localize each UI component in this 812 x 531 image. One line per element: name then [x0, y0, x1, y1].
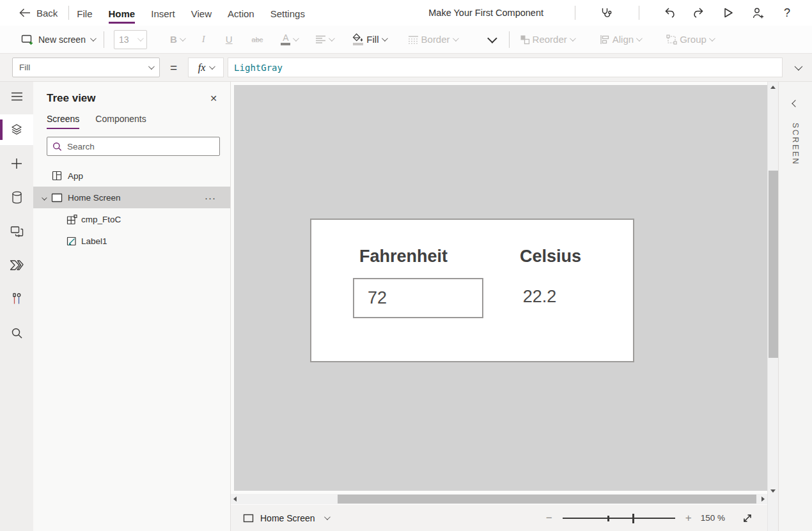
tree-search-box[interactable] — [47, 137, 220, 156]
ribbon-expand-chevron-icon[interactable] — [487, 33, 497, 43]
scroll-right-icon[interactable] — [761, 496, 765, 502]
app-icon — [51, 170, 63, 181]
menu-item-view[interactable]: View — [191, 3, 212, 24]
fahrenheit-input[interactable]: 72 — [353, 278, 483, 318]
label-icon — [66, 235, 77, 247]
align-objects-icon — [600, 35, 610, 45]
chevron-down-icon — [453, 35, 459, 42]
border-button[interactable]: Border — [408, 34, 457, 45]
help-icon[interactable]: ? — [780, 6, 794, 20]
align-button[interactable]: Align — [600, 34, 641, 45]
menu-item-insert[interactable]: Insert — [151, 3, 175, 24]
zoom-slider-thumb[interactable] — [632, 514, 634, 523]
app-checker-icon[interactable] — [598, 6, 613, 20]
component-cmp-ftoc[interactable]: Fahrenheit Celsius 72 22.2 — [310, 219, 634, 362]
menu-item-action[interactable]: Action — [228, 3, 254, 24]
back-arrow-icon — [19, 8, 31, 17]
fill-bucket-icon — [352, 33, 364, 45]
tree-row-cmp-ftoc[interactable]: cmp_FtoC — [33, 208, 230, 230]
menubar: Back File Home Insert View Action Settin… — [0, 0, 812, 26]
tree-view-rail-icon[interactable] — [0, 114, 33, 145]
menu-item-settings[interactable]: Settings — [270, 3, 305, 24]
expand-panel-chevron-left-icon[interactable] — [793, 97, 798, 109]
component-icon — [66, 213, 77, 225]
horizontal-scrollbar-thumb[interactable] — [338, 495, 756, 504]
formula-bar-collapse-chevron-icon[interactable] — [788, 65, 807, 70]
scroll-up-icon[interactable] — [770, 86, 776, 89]
vertical-scrollbar-thumb[interactable] — [769, 171, 778, 358]
chevron-down-icon — [709, 35, 715, 42]
fx-dropdown[interactable]: fx — [188, 58, 224, 77]
bold-button[interactable]: B — [170, 34, 184, 45]
strikethrough-button[interactable]: abc — [252, 36, 263, 43]
reorder-button[interactable]: Reorder — [520, 34, 574, 45]
back-button[interactable]: Back — [19, 8, 58, 19]
chevron-down-icon — [324, 514, 331, 520]
menu-item-home[interactable]: Home — [109, 3, 136, 24]
hamburger-menu-icon[interactable] — [0, 82, 33, 111]
fill-button[interactable]: Fill — [352, 33, 386, 45]
zoom-slider[interactable] — [563, 512, 675, 525]
share-user-icon[interactable] — [751, 6, 765, 20]
menu-item-file[interactable]: File — [77, 3, 92, 24]
power-automate-rail-icon[interactable] — [0, 250, 33, 281]
tree-view-panel: Tree view ✕ Screens Components App — [33, 82, 231, 531]
bold-label: B — [170, 34, 177, 45]
group-button[interactable]: Group — [666, 34, 714, 45]
font-size-dropdown[interactable]: 13 — [114, 30, 147, 49]
toolbar-divider — [509, 31, 510, 48]
fit-to-window-icon[interactable] — [742, 512, 753, 524]
text-align-button[interactable] — [315, 35, 333, 44]
tree-row-home-screen[interactable]: Home Screen ··· — [33, 187, 230, 208]
screen-artboard[interactable]: Fahrenheit Celsius 72 22.2 — [234, 85, 767, 491]
redo-icon[interactable] — [692, 6, 706, 20]
new-screen-icon — [21, 34, 34, 45]
expand-chevron-icon[interactable] — [42, 193, 45, 203]
underline-button[interactable]: U — [226, 34, 233, 45]
media-rail-icon[interactable] — [0, 216, 33, 247]
italic-button[interactable]: I — [202, 34, 205, 45]
play-preview-icon[interactable] — [721, 6, 735, 20]
close-icon[interactable]: ✕ — [210, 93, 217, 104]
chevron-down-icon — [293, 35, 299, 42]
chevron-down-icon — [636, 35, 643, 42]
horizontal-scrollbar[interactable] — [231, 494, 767, 504]
underline-label: U — [226, 34, 233, 45]
advanced-tools-rail-icon[interactable] — [0, 284, 33, 314]
zoom-out-button[interactable]: − — [546, 512, 552, 525]
insert-rail-icon[interactable] — [0, 148, 33, 179]
search-input[interactable] — [67, 142, 214, 151]
font-size-value: 13 — [119, 35, 129, 45]
tree-row-app[interactable]: App — [33, 165, 230, 187]
celsius-header: Celsius — [520, 247, 581, 266]
fx-label: fx — [198, 62, 206, 73]
screen-selector[interactable]: Home Screen — [243, 513, 329, 523]
chevron-down-icon — [209, 63, 215, 70]
tab-components[interactable]: Components — [95, 114, 146, 129]
search-rail-icon[interactable] — [0, 318, 33, 348]
menu-items: File Home Insert View Action Settings — [77, 3, 305, 24]
vertical-scrollbar[interactable] — [767, 82, 778, 531]
ribbon-toolbar: New screen 13 B I U abc A — [0, 26, 812, 54]
scroll-left-icon[interactable] — [233, 496, 237, 502]
font-color-button[interactable]: A — [281, 33, 297, 45]
strikethrough-label: abc — [252, 36, 263, 43]
chevron-down-icon — [381, 35, 387, 42]
new-screen-button[interactable]: New screen — [21, 34, 95, 45]
border-icon — [408, 35, 419, 44]
powerapps-studio: Back File Home Insert View Action Settin… — [0, 0, 812, 531]
property-selector[interactable]: Fill — [12, 58, 160, 77]
tree-list: App Home Screen ··· cmp_FtoC — [33, 165, 230, 252]
chevron-down-icon — [180, 35, 186, 42]
undo-icon[interactable] — [662, 6, 676, 20]
data-sources-rail-icon[interactable] — [0, 182, 33, 213]
scroll-down-icon[interactable] — [770, 489, 776, 493]
zoom-in-button[interactable]: + — [685, 512, 692, 525]
more-options-icon[interactable]: ··· — [205, 192, 216, 203]
status-bar: Home Screen − + 150 % — [231, 505, 767, 531]
search-icon — [52, 142, 62, 151]
zoom-slider-track — [563, 518, 675, 519]
tab-screens[interactable]: Screens — [47, 114, 79, 129]
formula-input[interactable]: LightGray — [228, 58, 783, 77]
tree-row-label1[interactable]: Label1 — [33, 230, 230, 252]
